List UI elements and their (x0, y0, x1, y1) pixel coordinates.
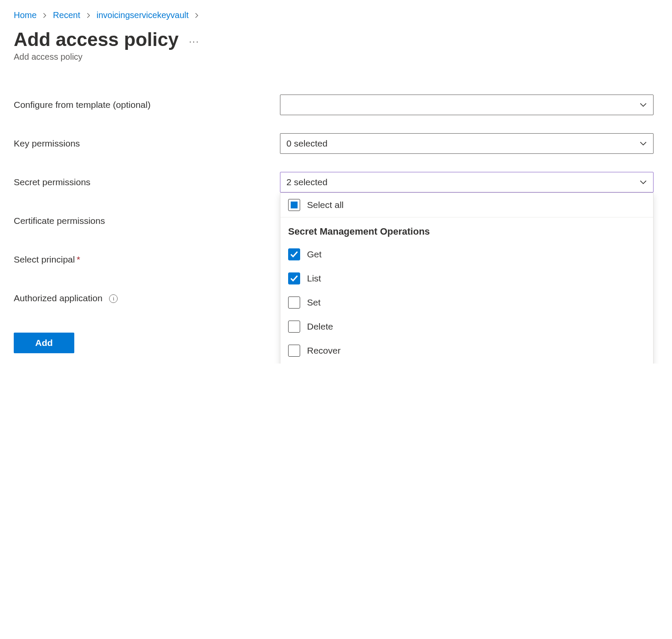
option-get[interactable]: Get (280, 242, 653, 266)
select-all-option[interactable]: Select all (280, 193, 653, 217)
select-principal-label: Select principal* (14, 254, 280, 265)
option-set[interactable]: Set (280, 290, 653, 315)
breadcrumb-recent[interactable]: Recent (53, 10, 80, 20)
checkbox-checked-icon (288, 272, 300, 284)
option-backup[interactable]: Backup (280, 363, 653, 364)
chevron-right-icon (85, 12, 91, 18)
option-delete[interactable]: Delete (280, 315, 653, 339)
checkbox-mixed-icon (288, 199, 300, 211)
option-list[interactable]: List (280, 266, 653, 290)
secret-permissions-flyout: Select all Secret Management Operations … (280, 193, 654, 364)
template-label: Configure from template (optional) (14, 100, 280, 110)
breadcrumb-keyvault[interactable]: invoicingservicekeyvault (97, 10, 189, 20)
breadcrumb-home[interactable]: Home (14, 10, 36, 20)
template-dropdown[interactable] (280, 95, 654, 115)
chevron-right-icon (42, 12, 48, 18)
secret-permissions-dropdown[interactable]: 2 selected (280, 172, 654, 193)
option-recover[interactable]: Recover (280, 339, 653, 363)
add-button[interactable]: Add (14, 333, 74, 353)
option-label: List (307, 273, 321, 284)
chevron-right-icon (194, 12, 200, 18)
required-asterisk: * (76, 254, 80, 264)
secret-permissions-value: 2 selected (286, 177, 328, 187)
option-label: Delete (307, 321, 333, 332)
page-subtitle: Add access policy (14, 52, 658, 62)
secret-permissions-label: Secret permissions (14, 177, 280, 187)
option-label: Set (307, 297, 321, 308)
checkbox-empty-icon (288, 321, 300, 333)
certificate-permissions-label: Certificate permissions (14, 216, 280, 226)
key-permissions-value: 0 selected (286, 138, 328, 149)
page-title: Add access policy (14, 29, 179, 50)
option-label: Get (307, 249, 322, 260)
checkbox-empty-icon (288, 297, 300, 309)
key-permissions-label: Key permissions (14, 138, 280, 149)
checkbox-empty-icon (288, 345, 300, 357)
select-all-label: Select all (307, 200, 344, 210)
checkbox-checked-icon (288, 248, 300, 260)
more-actions-button[interactable]: ··· (189, 36, 199, 47)
group-heading: Secret Management Operations (280, 217, 653, 242)
chevron-down-icon (639, 101, 647, 109)
chevron-down-icon (639, 178, 647, 186)
key-permissions-dropdown[interactable]: 0 selected (280, 133, 654, 154)
option-label: Recover (307, 345, 341, 356)
authorized-application-label: Authorized application i (14, 293, 280, 303)
breadcrumb: Home Recent invoicingservicekeyvault (14, 10, 658, 20)
chevron-down-icon (639, 140, 647, 147)
info-icon[interactable]: i (109, 294, 118, 303)
